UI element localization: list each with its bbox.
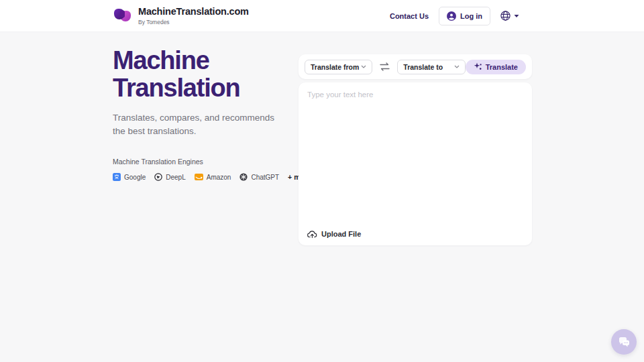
page-title-line1: Machine — [113, 46, 209, 74]
chat-bubbles-icon — [617, 337, 631, 348]
header: MachineTranslation.com By Tomedes Contac… — [0, 0, 644, 32]
chevron-down-icon — [454, 65, 460, 68]
translate-from-select[interactable]: Translate from — [305, 60, 372, 74]
language-selector[interactable] — [500, 11, 519, 21]
hero-section: MachineTranslation Translates, compares,… — [113, 47, 294, 181]
translator-panel: Translate from Translate to — [299, 54, 532, 245]
swap-languages-button[interactable] — [379, 62, 390, 71]
upload-cloud-icon — [307, 230, 317, 238]
sparkle-icon — [474, 62, 482, 71]
login-label: Log in — [460, 12, 482, 20]
chat-widget-button[interactable] — [611, 329, 637, 355]
brand-name: MachineTranslation.com — [138, 7, 249, 17]
translator-controls: Translate from Translate to — [299, 54, 532, 79]
engine-name: ChatGPT — [251, 174, 279, 181]
brand-logo[interactable]: MachineTranslation.com By Tomedes — [114, 7, 249, 25]
engine-name: Amazon — [207, 174, 231, 181]
engine-google: Google — [113, 173, 146, 181]
hero-subtitle: Translates, compares, and recommends the… — [113, 111, 282, 138]
engines-row: Google DeepL Amazon — [113, 173, 294, 181]
engine-name: Google — [124, 174, 146, 181]
translate-to-label: Translate to — [403, 63, 443, 71]
translate-button-label: Translate — [486, 63, 518, 71]
header-nav: Contact Us Log in — [390, 7, 519, 25]
source-text-input[interactable] — [299, 82, 532, 220]
upload-file-button[interactable]: Upload File — [307, 230, 361, 238]
upload-file-label: Upload File — [321, 230, 361, 238]
translate-button[interactable]: Translate — [466, 60, 526, 74]
page: MachineTranslation.com By Tomedes Contac… — [0, 0, 644, 362]
translate-to-select[interactable]: Translate to — [397, 60, 465, 74]
chatgpt-icon — [239, 173, 248, 181]
brand-byline: By Tomedes — [138, 19, 249, 25]
brand-text: MachineTranslation.com By Tomedes — [138, 7, 249, 25]
login-button[interactable]: Log in — [439, 7, 490, 25]
amazon-icon — [195, 174, 203, 180]
engine-chatgpt: ChatGPT — [239, 173, 279, 181]
engine-deepl: DeepL — [154, 173, 185, 181]
engine-amazon: Amazon — [195, 174, 231, 181]
deepl-icon — [154, 173, 162, 181]
page-title: MachineTranslation — [113, 47, 294, 102]
engines-label: Machine Translation Engines — [113, 158, 294, 166]
contact-us-link[interactable]: Contact Us — [390, 12, 429, 20]
page-title-line2: Translation — [113, 74, 240, 102]
google-translate-icon — [113, 173, 121, 181]
translator-input-card: Upload File — [299, 82, 532, 245]
engine-name: DeepL — [166, 174, 185, 181]
globe-icon — [500, 11, 511, 21]
user-avatar-icon — [447, 11, 456, 21]
translate-from-label: Translate from — [311, 63, 359, 71]
brand-logo-icon — [114, 7, 132, 25]
caret-down-icon — [514, 14, 519, 18]
chevron-down-icon — [361, 65, 366, 68]
